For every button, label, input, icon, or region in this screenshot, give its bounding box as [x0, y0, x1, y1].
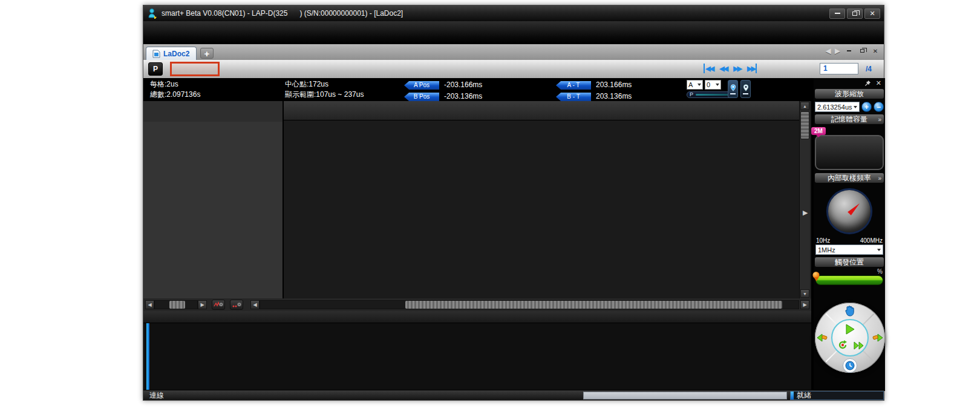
- document-icon: [152, 50, 160, 58]
- waveform-workspace: ▲ ▼: [143, 101, 811, 298]
- step-right-icon[interactable]: [872, 333, 884, 343]
- status-progress-area: [583, 392, 787, 399]
- navigator-overview[interactable]: [143, 323, 811, 390]
- grid-size-label: 每格:2us: [150, 79, 200, 90]
- app-window: smart+ Beta V0.08(CN01) - LAP-D(325 ) (S…: [143, 5, 884, 401]
- main-toolbar: [143, 21, 884, 44]
- memory-gauge[interactable]: 2M: [815, 135, 884, 170]
- scroll-down-icon[interactable]: ▼: [800, 289, 809, 298]
- display-range-label: 顯示範圍:107us ~ 237us: [285, 90, 364, 100]
- channel-scrollbar[interactable]: [154, 300, 198, 309]
- doc-restore-button[interactable]: [857, 47, 867, 55]
- tab-scroll-right-icon[interactable]: ▶: [835, 47, 840, 55]
- prev-page-icon[interactable]: ◀◀: [719, 64, 727, 73]
- panel-close-icon[interactable]: ✕: [876, 79, 881, 87]
- a-t-badge[interactable]: A - T: [556, 81, 591, 90]
- chevron-down-icon: [697, 84, 701, 86]
- freq-max-label: 400MHz: [860, 237, 883, 244]
- title-bar: smart+ Beta V0.08(CN01) - LAP-D(325 ) (S…: [143, 5, 884, 21]
- a-pos-badge[interactable]: A Pos: [404, 81, 439, 90]
- close-button[interactable]: ✕: [864, 8, 880, 19]
- freq-min-label: 10Hz: [816, 237, 830, 244]
- pan-hand-icon[interactable]: [844, 304, 855, 317]
- a-pos-value: -203.166ms: [444, 80, 482, 90]
- chevron-down-icon: [854, 106, 857, 108]
- zoom-in-icon[interactable]: +: [861, 102, 872, 112]
- b-pos-value: -203.136ms: [444, 91, 482, 102]
- frequency-knob[interactable]: [815, 186, 884, 237]
- trigger-position-slider[interactable]: [815, 275, 883, 285]
- page-total-label: /4: [866, 65, 872, 73]
- play-icon[interactable]: [845, 324, 855, 335]
- count-select[interactable]: 0: [705, 80, 721, 90]
- next-page-icon[interactable]: ▶▶: [733, 64, 741, 73]
- wave-scroll-left-icon[interactable]: ◀: [250, 300, 260, 309]
- waveform-camera-icon: [214, 301, 223, 309]
- pin-panel-icon[interactable]: [864, 80, 871, 87]
- waveform-panel[interactable]: [284, 101, 799, 298]
- channel-scroll-left-icon[interactable]: ◀: [145, 300, 154, 309]
- status-bar: 連線 就緒: [143, 390, 884, 400]
- document-tab-bar: LaDoc2 + ◀ ▶ ✕: [143, 44, 884, 60]
- memory-tooltip: 2M: [811, 127, 826, 135]
- timeline-ruler[interactable]: [284, 101, 799, 120]
- b-t-value: 203.136ms: [596, 91, 632, 102]
- fast-forward-icon[interactable]: [854, 341, 864, 350]
- step-left-icon[interactable]: [816, 333, 828, 343]
- a-t-value: 203.166ms: [596, 80, 632, 90]
- navigator-left-marker: [146, 323, 149, 390]
- zoom-section-header: 波形縮放: [815, 89, 884, 99]
- map-pin-icon: [742, 84, 750, 92]
- connection-status: 連線: [149, 390, 164, 401]
- control-panel: ✕ 波形縮放 2.613254us + − 記憶體容量» 2M 內部取樣頻率» …: [812, 78, 885, 391]
- doc-close-button[interactable]: ✕: [871, 47, 880, 55]
- first-page-icon[interactable]: ◀◀: [704, 64, 713, 73]
- dots-camera-icon: [232, 301, 241, 309]
- total-time-label: 總數:2.097136s: [150, 90, 200, 100]
- wave-scroll-right-icon[interactable]: ▶: [800, 300, 809, 309]
- noise-filter-button[interactable]: [212, 300, 225, 310]
- panel-collapse-icon[interactable]: ▶: [803, 209, 808, 217]
- bottom-panel: [143, 311, 811, 391]
- scrollbar-thumb[interactable]: [800, 111, 809, 139]
- map-pin-icon: [730, 84, 737, 92]
- restore-button[interactable]: [847, 8, 863, 19]
- repeat-capture-icon[interactable]: [837, 340, 848, 350]
- delay-clock-icon[interactable]: [843, 358, 857, 373]
- chevron-down-icon: [877, 249, 881, 251]
- document-tab-label: LaDoc2: [163, 50, 189, 58]
- data-mode-button[interactable]: [230, 300, 243, 310]
- info-bar: 每格:2us 總數:2.097136s 中心點:172us 顯示範圍:107us…: [143, 78, 811, 101]
- marker-pin-a-button[interactable]: [728, 80, 738, 98]
- zoom-out-icon[interactable]: −: [874, 102, 884, 112]
- wave-scrollbar[interactable]: [260, 300, 799, 309]
- last-page-icon[interactable]: ▶▶: [747, 64, 757, 73]
- channel-panel: [143, 101, 284, 298]
- vertical-scrollbar[interactable]: ▲ ▼: [799, 101, 810, 298]
- trigger-position-pin[interactable]: [813, 272, 820, 283]
- minimize-button[interactable]: [829, 8, 845, 19]
- b-t-badge[interactable]: B - T: [556, 93, 591, 101]
- navigation-pad: [815, 303, 885, 373]
- page-selection-highlight: [170, 62, 220, 76]
- zoom-scale-select[interactable]: 2.613254us: [815, 102, 860, 112]
- marker-pin-b-button[interactable]: [740, 80, 751, 98]
- document-tab[interactable]: LaDoc2: [146, 47, 197, 60]
- percent-label: %: [877, 268, 883, 274]
- center-point-label: 中心點:172us: [285, 79, 364, 90]
- scroll-up-icon[interactable]: ▲: [800, 102, 809, 110]
- cursor-select[interactable]: A: [687, 80, 703, 90]
- doc-minimize-button[interactable]: [844, 47, 854, 55]
- tab-scroll-left-icon[interactable]: ◀: [826, 47, 831, 55]
- frequency-select[interactable]: 1MHz: [815, 245, 883, 255]
- channel-scroll-right-icon[interactable]: ▶: [198, 300, 207, 309]
- new-tab-button[interactable]: +: [200, 48, 214, 59]
- page-number-input[interactable]: 1: [820, 63, 858, 74]
- page-mode-button[interactable]: P: [148, 62, 163, 76]
- frequency-section-header: 內部取樣頻率»: [815, 173, 884, 183]
- b-pos-badge[interactable]: B Pos: [404, 93, 439, 101]
- knob-pointer-icon: [848, 202, 861, 215]
- window-title: smart+ Beta V0.08(CN01) - LAP-D(325 ) (S…: [162, 9, 403, 18]
- page-bar: P ◀◀ ◀◀ ▶▶ ▶▶ 1 /4: [143, 60, 884, 78]
- app-logo-icon: [147, 8, 158, 19]
